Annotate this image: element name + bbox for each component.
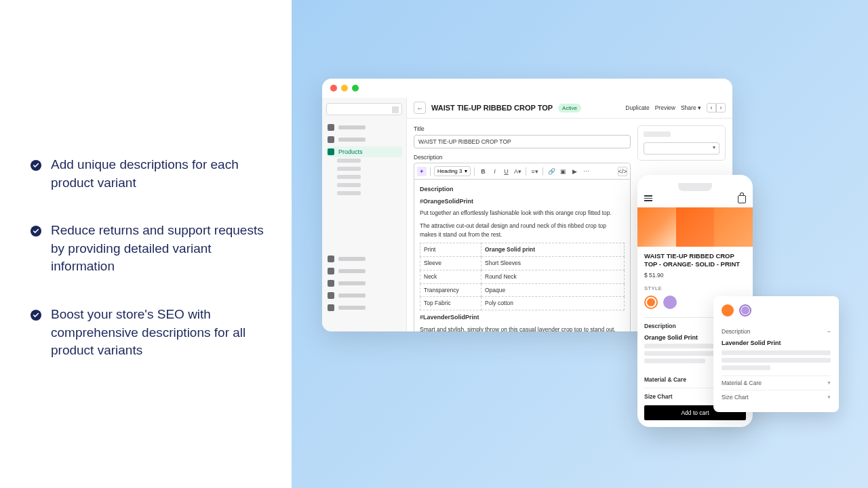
check-icon (31, 160, 41, 171)
table-row: TransparencyOpaque (420, 283, 625, 297)
heading-select[interactable]: Heading 3 ▾ (434, 166, 471, 176)
orders-icon (328, 136, 334, 143)
editor-toolbar: ✦ Heading 3 ▾ B I U A▾ ≡▾ (414, 163, 631, 180)
spec-table: PrintOrange Solid print SleeveShort Slee… (420, 243, 625, 310)
product-image (676, 207, 715, 247)
swatch-lavender[interactable] (663, 296, 677, 309)
product-price: $ 51.90 (644, 272, 746, 279)
admin-sidebar: Products (322, 98, 407, 331)
swatch-lavender[interactable] (739, 304, 751, 317)
table-row: Top FabricPoly cotton (420, 297, 625, 310)
description-label: Description (414, 154, 631, 161)
desc-paragraph: Smart and stylish, simply throw on this … (420, 325, 625, 332)
italic-button[interactable]: I (490, 167, 499, 176)
nav-item[interactable] (326, 266, 402, 277)
plus-icon: + (827, 394, 831, 401)
nav-sub-item[interactable] (337, 183, 361, 187)
nav-home[interactable] (326, 122, 402, 133)
feature-item: Reduce returns and support requests by p… (31, 222, 264, 276)
nav-sub-item[interactable] (337, 191, 361, 195)
accordion-description[interactable]: Description− (722, 325, 831, 338)
share-button[interactable]: Share ▾ (681, 104, 701, 111)
feature-text: Reduce returns and support requests by p… (51, 222, 264, 276)
maximize-dot-icon[interactable] (352, 85, 359, 92)
product-title: WAIST TIE-UP RIBBED CROP TOP - ORANGE- S… (644, 252, 746, 269)
nav-item[interactable] (326, 253, 402, 264)
content-icon (328, 268, 334, 274)
nav-products[interactable]: Products (326, 146, 402, 157)
image-button[interactable]: ▣ (558, 167, 568, 176)
title-label: Title (414, 125, 631, 132)
prev-button[interactable]: ‹ (707, 103, 716, 113)
underline-button[interactable]: U (501, 167, 511, 176)
page-header: ← WAIST TIE-UP RIBBED CROP TOP Active Du… (407, 98, 732, 119)
editor-content[interactable]: Description #OrangeSolidPrint Put togeth… (414, 180, 631, 331)
variant-name: Lavender Solid Print (722, 340, 831, 346)
discount-icon (328, 304, 334, 311)
pager: ‹ › (707, 103, 726, 113)
preview-button[interactable]: Preview (655, 104, 675, 111)
marketing-icon (328, 292, 334, 299)
accordion-size[interactable]: Size Chart+ (722, 390, 831, 404)
feature-text: Add unique descriptions for each product… (51, 156, 264, 192)
nav-sub-item[interactable] (337, 167, 361, 171)
video-button[interactable]: ▶ (570, 167, 579, 176)
product-images[interactable] (637, 207, 753, 247)
phone-notch (678, 183, 712, 191)
feature-text: Boost your store's SEO with comprehensiv… (51, 306, 264, 360)
status-card (637, 125, 726, 161)
product-image (714, 207, 753, 247)
search-input[interactable] (326, 103, 402, 115)
style-label: STYLE (644, 285, 746, 291)
next-button[interactable]: › (716, 103, 726, 113)
nav-item[interactable] (326, 290, 402, 301)
minimize-dot-icon[interactable] (341, 85, 348, 92)
back-button[interactable]: ← (414, 102, 426, 114)
feature-item: Boost your store's SEO with comprehensiv… (31, 306, 264, 360)
link-button[interactable]: 🔗 (547, 167, 556, 176)
bold-button[interactable]: B (478, 167, 488, 176)
window-titlebar (322, 79, 732, 98)
swatch-orange[interactable] (722, 304, 734, 317)
check-icon (31, 226, 41, 237)
table-row: NeckRound Neck (420, 270, 625, 283)
align-button[interactable]: ≡▾ (530, 167, 539, 176)
analytics-icon (328, 280, 334, 287)
minus-icon: − (827, 328, 831, 335)
feature-item: Add unique descriptions for each product… (31, 156, 264, 192)
nav-sub-item[interactable] (337, 159, 361, 163)
title-input[interactable] (414, 135, 631, 148)
bag-icon[interactable] (738, 195, 746, 203)
page-title: WAIST TIE-UP RIBBED CROP TOP (431, 104, 553, 112)
code-button[interactable]: </> (618, 167, 627, 176)
user-icon (328, 256, 334, 262)
chevron-down-icon: ▾ (465, 168, 467, 174)
menu-icon[interactable] (644, 195, 652, 203)
accordion-material[interactable]: Material & Care+ (722, 376, 831, 390)
color-button[interactable]: A▾ (513, 167, 522, 176)
feature-list: Add unique descriptions for each product… (0, 0, 292, 488)
variant-tag: #OrangeSolidPrint (420, 197, 625, 207)
plus-icon: + (827, 380, 831, 386)
status-select[interactable] (644, 142, 719, 155)
status-badge: Active (558, 104, 581, 113)
table-row: PrintOrange Solid print (420, 243, 625, 257)
swatch-row (722, 304, 831, 317)
nav-item[interactable] (326, 302, 402, 313)
close-dot-icon[interactable] (330, 85, 337, 92)
nav-item[interactable] (326, 278, 402, 289)
nav-sub-item[interactable] (337, 175, 361, 179)
preview-canvas: Products ← WAIST TIE-UP RI (292, 0, 868, 488)
variant-tag: #LavenderSolidPrint (420, 313, 625, 323)
more-button[interactable]: ⋯ (581, 167, 591, 176)
desc-paragraph: Put together an effortlessly fashionable… (420, 209, 625, 218)
ai-sparkle-icon[interactable]: ✦ (417, 167, 427, 176)
table-row: SleeveShort Sleeves (420, 257, 625, 270)
desc-heading: Description (420, 185, 625, 195)
tag-icon (328, 148, 334, 155)
nav-orders[interactable] (326, 134, 402, 145)
check-icon (31, 310, 41, 321)
duplicate-button[interactable]: Duplicate (625, 104, 649, 111)
swatch-orange[interactable] (644, 296, 658, 309)
home-icon (328, 124, 334, 131)
